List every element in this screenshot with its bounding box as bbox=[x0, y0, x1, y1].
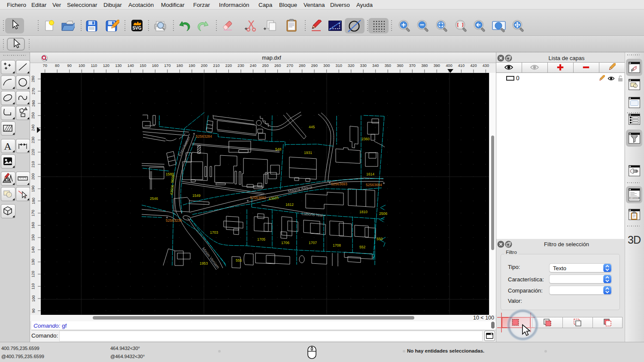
svg-text:260: 260 bbox=[274, 63, 281, 68]
svg-text:250: 250 bbox=[31, 112, 36, 119]
svg-text:340: 340 bbox=[372, 63, 379, 68]
svg-text:140: 140 bbox=[128, 63, 134, 68]
svg-text:550: 550 bbox=[377, 237, 383, 241]
svg-text:2360: 2360 bbox=[361, 137, 370, 141]
svg-text:310: 310 bbox=[336, 63, 342, 68]
svg-text:548: 548 bbox=[275, 147, 281, 151]
svg-text:220: 220 bbox=[31, 149, 36, 155]
svg-text:300: 300 bbox=[323, 63, 330, 68]
svg-text:280: 280 bbox=[299, 63, 305, 68]
svg-text:2546: 2546 bbox=[150, 196, 158, 201]
svg-text:445: 445 bbox=[309, 125, 315, 129]
svg-text:280: 280 bbox=[31, 75, 36, 82]
svg-text:90: 90 bbox=[67, 63, 72, 68]
svg-text:110: 110 bbox=[91, 63, 97, 68]
svg-text:330: 330 bbox=[360, 63, 367, 68]
svg-text:210: 210 bbox=[213, 63, 219, 68]
svg-text:150: 150 bbox=[31, 234, 36, 241]
svg-text:220: 220 bbox=[225, 63, 232, 68]
svg-text:250: 250 bbox=[262, 63, 268, 68]
svg-text:420: 420 bbox=[470, 63, 477, 68]
svg-text:100: 100 bbox=[79, 63, 85, 68]
svg-text:1614: 1614 bbox=[366, 172, 374, 176]
svg-text:400: 400 bbox=[446, 63, 452, 68]
svg-text:2506: 2506 bbox=[379, 211, 387, 216]
svg-text:140: 140 bbox=[31, 247, 36, 253]
svg-text:270: 270 bbox=[286, 63, 293, 68]
svg-text:170: 170 bbox=[31, 210, 36, 216]
svg-text:270: 270 bbox=[31, 88, 36, 94]
svg-text:110: 110 bbox=[31, 283, 36, 290]
svg-text:170: 170 bbox=[164, 63, 170, 68]
svg-text:1705: 1705 bbox=[257, 237, 265, 241]
svg-text:1708: 1708 bbox=[333, 243, 341, 247]
svg-text:240: 240 bbox=[31, 124, 36, 131]
svg-text:320: 320 bbox=[348, 63, 354, 68]
svg-text:1931: 1931 bbox=[304, 151, 312, 155]
svg-text:70: 70 bbox=[43, 63, 47, 68]
svg-text:1706: 1706 bbox=[281, 241, 289, 245]
svg-text:430: 430 bbox=[483, 63, 489, 68]
svg-text:1703: 1703 bbox=[210, 230, 218, 235]
svg-text:52563236: 52563236 bbox=[166, 218, 182, 223]
svg-text:52563693: 52563693 bbox=[331, 182, 347, 186]
svg-text:230: 230 bbox=[237, 63, 244, 68]
svg-text:52563692: 52563692 bbox=[250, 196, 266, 200]
svg-text:190: 190 bbox=[188, 63, 195, 68]
svg-text:180: 180 bbox=[176, 63, 183, 68]
svg-text:380: 380 bbox=[421, 63, 428, 68]
svg-text:180: 180 bbox=[31, 198, 36, 204]
svg-text:100: 100 bbox=[31, 295, 36, 302]
svg-text:200: 200 bbox=[201, 63, 207, 68]
svg-text:80: 80 bbox=[55, 63, 59, 68]
svg-text:1953: 1953 bbox=[200, 261, 208, 265]
svg-text:160: 160 bbox=[31, 222, 36, 229]
svg-text:130: 130 bbox=[115, 63, 122, 68]
svg-text:130: 130 bbox=[31, 259, 36, 265]
svg-text:210: 210 bbox=[31, 161, 36, 168]
svg-text:SVG: SVG bbox=[132, 26, 141, 30]
svg-text:120: 120 bbox=[31, 271, 36, 277]
svg-text:230: 230 bbox=[31, 137, 36, 143]
svg-text:1707: 1707 bbox=[309, 241, 317, 245]
svg-text:240: 240 bbox=[250, 63, 256, 68]
svg-text:A: A bbox=[4, 141, 12, 152]
svg-text:90: 90 bbox=[31, 308, 36, 313]
svg-text:552: 552 bbox=[359, 245, 365, 249]
svg-text:190: 190 bbox=[31, 185, 36, 192]
svg-text:360: 360 bbox=[397, 63, 403, 68]
svg-text:1549: 1549 bbox=[192, 193, 200, 198]
svg-text:290: 290 bbox=[311, 63, 317, 68]
svg-text:1612: 1612 bbox=[286, 202, 294, 207]
svg-text:52563284: 52563284 bbox=[196, 134, 212, 139]
svg-text:1810: 1810 bbox=[359, 210, 368, 214]
svg-text:160: 160 bbox=[152, 63, 158, 68]
svg-text:410: 410 bbox=[458, 63, 465, 68]
svg-text:260: 260 bbox=[31, 100, 36, 106]
svg-text:390: 390 bbox=[434, 63, 440, 68]
svg-text:120: 120 bbox=[103, 63, 109, 68]
svg-text:350: 350 bbox=[385, 63, 391, 68]
svg-text:52563694: 52563694 bbox=[366, 183, 382, 187]
svg-text:370: 370 bbox=[409, 63, 416, 68]
svg-text:200: 200 bbox=[31, 173, 36, 180]
svg-text:c command: c command bbox=[631, 197, 640, 199]
svg-text:150: 150 bbox=[140, 63, 146, 68]
svg-text:555: 555 bbox=[236, 258, 242, 262]
